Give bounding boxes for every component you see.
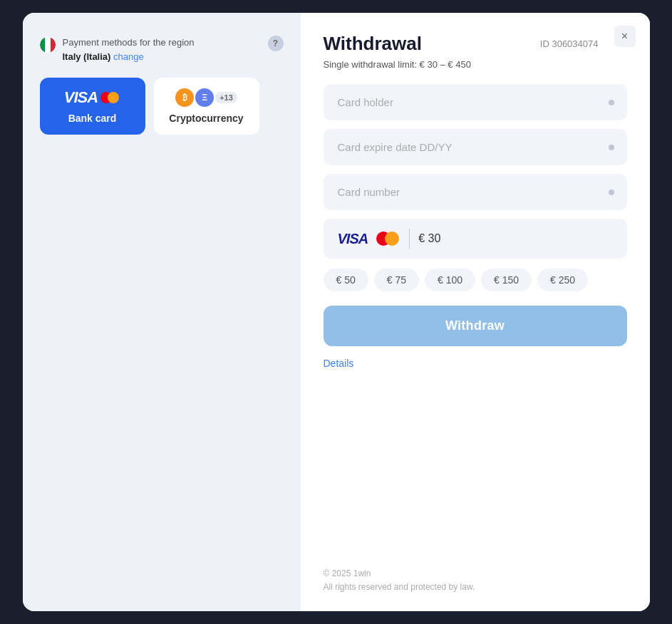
limit-text: Single withdrawal limit: € 30 – € 450 (324, 59, 627, 70)
card-expire-dot-icon (609, 145, 614, 150)
amount-divider (409, 229, 410, 249)
modal-container: Payment methods for the region Italy (It… (23, 13, 650, 611)
quick-amounts: € 50 € 75 € 100 € 150 € 250 (324, 269, 627, 291)
method-bank-card[interactable]: VISA Bank card (40, 78, 145, 135)
amount-input[interactable] (418, 232, 475, 245)
footer-line1: © 2025 1win (324, 567, 627, 581)
region-row: Payment methods for the region Italy (It… (40, 36, 284, 63)
mastercard-icon (100, 91, 120, 104)
details-link[interactable]: Details (324, 358, 627, 369)
svg-rect-1 (45, 37, 50, 53)
region-label: Payment methods for the region (63, 37, 195, 48)
card-holder-dot-icon (609, 100, 614, 105)
amount-row: VISA (324, 219, 627, 259)
card-holder-group (324, 84, 627, 120)
bitcoin-icon: ₿ (175, 88, 194, 107)
quick-amount-75[interactable]: € 75 (374, 269, 419, 291)
card-number-input[interactable] (324, 174, 627, 210)
crypto-plus-badge: +13 (215, 92, 237, 103)
withdraw-button[interactable]: Withdraw (324, 306, 627, 346)
help-icon[interactable]: ? (268, 36, 284, 51)
quick-amount-100[interactable]: € 100 (425, 269, 475, 291)
amount-mastercard-icon (376, 231, 400, 246)
right-panel: Withdrawal ID 306034074 Single withdrawa… (301, 13, 650, 611)
region-change-link[interactable]: change (113, 51, 144, 62)
footer: © 2025 1win All rights reserved and prot… (324, 567, 627, 594)
quick-amount-150[interactable]: € 150 (481, 269, 532, 291)
crypto-label: Cryptocurrency (169, 113, 243, 124)
card-number-dot-icon (609, 189, 614, 195)
region-text: Payment methods for the region Italy (It… (63, 36, 195, 63)
bank-card-label: Bank card (68, 113, 117, 124)
region-name: Italy (Italia) (63, 51, 111, 62)
method-crypto[interactable]: ₿ Ξ +13 Cryptocurrency (154, 78, 259, 135)
italy-flag-icon (40, 37, 56, 53)
left-panel: Payment methods for the region Italy (It… (23, 13, 301, 611)
visa-mc-icons: VISA (64, 88, 120, 107)
payment-methods: VISA Bank card ₿ Ξ +13 Cryptocurrency (40, 78, 284, 135)
ethereum-icon: Ξ (195, 88, 214, 107)
footer-line2: All rights reserved and protected by law… (324, 581, 627, 594)
quick-amount-50[interactable]: € 50 (324, 269, 368, 291)
mc-right-circle (108, 92, 119, 103)
close-button[interactable]: × (614, 26, 636, 47)
card-expire-input[interactable] (324, 129, 627, 165)
card-number-wrapper (324, 174, 627, 210)
withdrawal-id: ID 306034074 (540, 38, 599, 49)
card-holder-wrapper (324, 84, 627, 120)
visa-logo-icon: VISA (64, 88, 98, 107)
card-expire-group (324, 129, 627, 165)
card-number-group (324, 174, 627, 210)
amc-right-circle (385, 232, 399, 246)
crypto-icons: ₿ Ξ +13 (175, 88, 237, 107)
withdrawal-header: Withdrawal ID 306034074 (324, 33, 627, 55)
quick-amount-250[interactable]: € 250 (537, 269, 588, 291)
card-holder-input[interactable] (324, 84, 627, 120)
amount-visa-logo: VISA (338, 231, 368, 247)
card-expire-wrapper (324, 129, 627, 165)
withdrawal-title: Withdrawal (324, 33, 422, 55)
